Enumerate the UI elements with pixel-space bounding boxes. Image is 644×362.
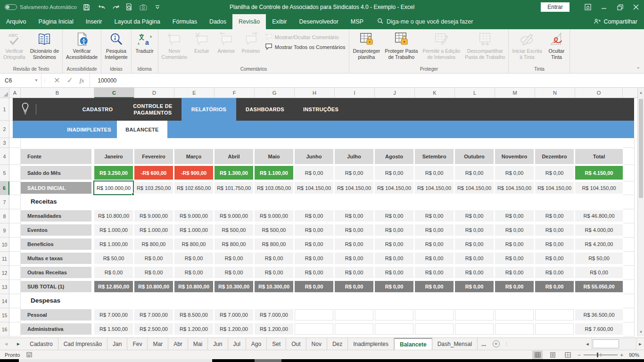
cell-eventos-3[interactable]: R$ 1.000,00 [174, 224, 213, 236]
sheet-tab-jul[interactable]: Jul [228, 338, 246, 350]
cell-saldo-do-mes-2[interactable]: -R$ 600,00 [134, 166, 173, 180]
cell-pessoal-10[interactable] [455, 309, 494, 321]
cell-mensalidades-6[interactable]: R$ 0,00 [295, 210, 333, 222]
cell-pessoal-6[interactable] [295, 309, 333, 321]
zoom-level[interactable]: 90% [626, 352, 639, 358]
proteger-pasta-de-trabalho-button[interactable]: Proteger Pastade Trabalho [382, 30, 420, 66]
cell-saldo-inicial-2[interactable]: R$ 103.250,00 [134, 182, 173, 194]
sign-in-button[interactable]: Entrar [541, 2, 570, 12]
cell-saldo-inicial-11[interactable]: R$ 104.150,00 [495, 182, 534, 194]
cell-outras-receitas-4[interactable]: R$ 0,00 [215, 267, 253, 278]
cell-administrativa-2[interactable]: R$ 2.500,00 [134, 323, 173, 335]
cell-sub-total-1-4[interactable]: R$ 10.300,00 [215, 281, 253, 292]
subnav-tab-inadimplentes[interactable]: INADIMPLENTES [61, 121, 117, 138]
normal-view-button[interactable] [532, 351, 543, 359]
name-box[interactable]: C6▼ [0, 74, 41, 87]
ribbon-tab-desenvolvedor[interactable]: Desenvolvedor [293, 14, 344, 29]
cell-saldo-do-mes-5[interactable]: R$ 1.100,00 [255, 166, 293, 180]
cell-saldo-inicial-5[interactable]: R$ 103.050,00 [255, 182, 293, 194]
column-header-c[interactable]: C [94, 88, 134, 98]
column-header-o[interactable]: O [575, 88, 623, 98]
cell-sub-total-1-9[interactable]: R$ 0,00 [415, 281, 454, 292]
column-header-f[interactable]: F [215, 88, 255, 98]
cell-administrativa-7[interactable] [335, 323, 373, 335]
cell-sub-total-1-13[interactable]: R$ 55.050,00 [575, 281, 623, 292]
cell-multas-e-taxas-13[interactable]: R$ 50,00 [575, 253, 623, 264]
customize-qat-icon[interactable] [153, 3, 162, 11]
cell-saldo-do-mes-1[interactable]: R$ 3.250,00 [94, 166, 133, 180]
cell-pessoal-4[interactable]: R$ 7.000,00 [215, 309, 253, 321]
cell-beneficios-13[interactable]: R$ 4.200,00 [575, 239, 623, 250]
horizontal-scroll-thumb[interactable] [593, 339, 619, 348]
cell-mensalidades-1[interactable]: R$ 10.800,00 [94, 210, 133, 222]
cell-saldo-do-mes-11[interactable]: R$ 0,00 [495, 166, 534, 180]
traduzir-button[interactable]: aTraduzir [132, 30, 157, 66]
cell-sub-total-1-10[interactable]: R$ 0,00 [455, 281, 494, 292]
mostrar-todos-comentarios-button[interactable]: Mostrar Todos os Comentários [265, 43, 346, 51]
hscroll-left-icon[interactable]: ◄ [584, 338, 591, 350]
cell-eventos-1[interactable]: R$ 1.000,00 [94, 224, 133, 236]
cell-beneficios-11[interactable]: R$ 0,00 [495, 239, 534, 250]
cell-saldo-do-mes-4[interactable]: R$ 1.300,00 [215, 166, 253, 180]
ribbon-tab-pagina-inicial[interactable]: Página Inicial [32, 14, 79, 29]
cell-sub-total-1-7[interactable]: R$ 0,00 [335, 281, 373, 292]
sheet-tab-balancete[interactable]: Balancete [394, 338, 432, 350]
cell-pessoal-11[interactable] [495, 309, 534, 321]
ribbon-tab-formulas[interactable]: Fórmulas [166, 14, 203, 29]
column-header-b[interactable]: B [21, 88, 94, 98]
cell-multas-e-taxas-12[interactable]: R$ 0,00 [535, 253, 574, 264]
cell-saldo-inicial-3[interactable]: R$ 102.650,00 [174, 182, 213, 194]
ribbon-tab-exibir[interactable]: Exibir [266, 14, 293, 29]
sheet-tab-ago[interactable]: Ago [246, 338, 267, 350]
cell-multas-e-taxas-8[interactable]: R$ 0,00 [375, 253, 413, 264]
cell-administrativa-12[interactable] [535, 323, 574, 335]
cell-saldo-do-mes-3[interactable]: -R$ 900,00 [174, 166, 213, 180]
selected-cell[interactable]: R$ 100.000,00 [93, 181, 134, 195]
cell-outras-receitas-12[interactable]: R$ 0,00 [535, 267, 574, 278]
column-header-e[interactable]: E [174, 88, 215, 98]
cell-beneficios-1[interactable]: R$ 1.000,00 [94, 239, 133, 250]
cell-saldo-do-mes-9[interactable]: R$ 0,00 [415, 166, 454, 180]
cell-pessoal-5[interactable]: R$ 7.000,00 [255, 309, 293, 321]
cell-multas-e-taxas-3[interactable]: R$ 0,00 [174, 253, 213, 264]
cell-sub-total-1-8[interactable]: R$ 0,00 [375, 281, 413, 292]
vertical-scrollbar[interactable]: ▲ ▼ [637, 88, 644, 337]
pesquisa-inteligente-button[interactable]: PesquisaInteligente [102, 30, 130, 66]
cell-administrativa-4[interactable]: R$ 1.200,00 [215, 323, 253, 335]
fill-handle[interactable] [132, 193, 134, 196]
sheet-tab-cad-impressao[interactable]: Cad Impressão [58, 338, 107, 350]
sheet-tab-set[interactable]: Set [267, 338, 286, 350]
cell-pessoal-1[interactable]: R$ 7.000,00 [94, 309, 133, 321]
cell-eventos-2[interactable]: R$ 1.000,00 [134, 224, 173, 236]
cell-saldo-inicial-6[interactable]: R$ 104.150,00 [295, 182, 333, 194]
sheet-tab-inadimplentes[interactable]: Inadimplentes [348, 338, 394, 350]
page-break-view-button[interactable] [562, 351, 573, 359]
cell-pessoal-7[interactable] [335, 309, 373, 321]
cell-multas-e-taxas-11[interactable]: R$ 0,00 [495, 253, 534, 264]
cell-saldo-do-mes-6[interactable]: R$ 0,00 [295, 166, 333, 180]
tell-me-search[interactable]: Diga-me o que você deseja fazer [377, 14, 473, 29]
cell-beneficios-2[interactable]: R$ 800,00 [134, 239, 173, 250]
cell-administrativa-5[interactable]: R$ 1.200,00 [255, 323, 293, 335]
cell-multas-e-taxas-1[interactable]: R$ 50,00 [94, 253, 133, 264]
dicionario-de-sinonimos-button[interactable]: Dicionário deSinônimos [28, 30, 61, 66]
sheet-tab-dash-mensal[interactable]: Dash_Mensal [432, 338, 478, 350]
ribbon-tab-dados[interactable]: Dados [203, 14, 232, 29]
cell-outras-receitas-11[interactable]: R$ 0,00 [495, 267, 534, 278]
cell-pessoal-8[interactable] [375, 309, 413, 321]
cell-mensalidades-13[interactable]: R$ 46.800,00 [575, 210, 623, 222]
subnav-tab-balancete[interactable]: BALANCETE [117, 121, 167, 138]
horizontal-scrollbar[interactable]: ◄ ► [584, 338, 644, 350]
more-sheets-indicator[interactable]: ... [478, 338, 490, 350]
cell-beneficios-7[interactable]: R$ 0,00 [335, 239, 373, 250]
column-header-m[interactable]: M [495, 88, 535, 98]
column-header-d[interactable]: D [134, 88, 174, 98]
nav-tab-instrucoes[interactable]: INSTRUÇÕES [294, 98, 348, 121]
sheet-tab-out[interactable]: Out [286, 338, 306, 350]
cell-eventos-8[interactable]: R$ 0,00 [375, 224, 413, 236]
cell-outras-receitas-9[interactable]: R$ 0,00 [415, 267, 454, 278]
ribbon-display-options-icon[interactable] [580, 0, 596, 14]
cell-saldo-inicial-13[interactable]: R$ 104.150,00 [575, 182, 623, 194]
ribbon-tab-layout-da-pagina[interactable]: Layout da Página [108, 14, 166, 29]
accessibility-status-icon[interactable] [26, 352, 33, 358]
